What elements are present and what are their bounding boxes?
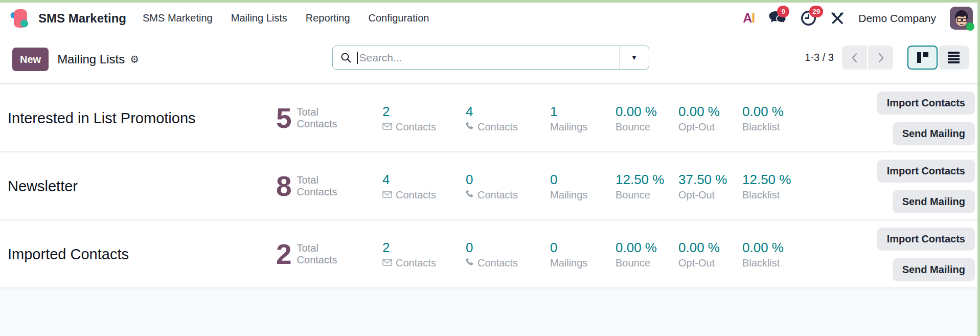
- stat-label-text: Opt-Out: [678, 257, 715, 268]
- kanban-icon: [917, 52, 928, 63]
- stat-value-link[interactable]: 0: [466, 239, 518, 255]
- total-contacts-group: 8 Total Contacts: [276, 172, 344, 199]
- search-input[interactable]: [358, 52, 620, 64]
- stat-value-link[interactable]: 0: [466, 171, 518, 187]
- mailing-list-name: Imported Contacts: [8, 245, 129, 262]
- ai-icon[interactable]: AI: [743, 11, 755, 26]
- page-title: Mailing Lists: [57, 52, 125, 66]
- messages-icon[interactable]: 9: [768, 10, 787, 26]
- send-mailing-button[interactable]: Send Mailing: [893, 258, 975, 281]
- stat-opt-out: 37.50 % Opt-Out: [678, 171, 727, 200]
- navbar: SMS Marketing SMS Marketing Mailing List…: [0, 3, 980, 34]
- send-mailing-button[interactable]: Send Mailing: [893, 122, 975, 145]
- stat-label-text: Mailings: [550, 257, 587, 268]
- search-filters-caret-icon[interactable]: ▼: [619, 46, 649, 69]
- stat-value-link[interactable]: 0.00 %: [678, 239, 720, 255]
- stat-bounce: 0.00 % Bounce: [616, 239, 657, 268]
- stat-label-text: Contacts: [396, 257, 436, 268]
- stat-value-link[interactable]: 0.00 %: [742, 239, 784, 255]
- stat-value-link[interactable]: 2: [382, 103, 436, 119]
- stat-label-text: Mailings: [550, 121, 587, 132]
- stat-blacklist: 0.00 % Blacklist: [742, 239, 784, 268]
- total-contacts-count: 8: [276, 172, 292, 199]
- stat-label-text: Contacts: [477, 189, 518, 200]
- new-button[interactable]: New: [12, 48, 49, 71]
- stat-label-text: Bounce: [616, 189, 650, 200]
- stat-value-link[interactable]: 4: [466, 103, 518, 119]
- stat-email-contacts: 4 Contacts: [382, 171, 436, 200]
- stat-label-text: Contacts: [477, 257, 518, 268]
- import-contacts-button[interactable]: Import Contacts: [877, 160, 975, 183]
- view-switcher: [907, 46, 969, 70]
- stat-label-text: Opt-Out: [678, 121, 715, 132]
- menu-sms-marketing[interactable]: SMS Marketing: [143, 12, 213, 24]
- import-contacts-button[interactable]: Import Contacts: [877, 92, 975, 115]
- total-contacts-label: Total Contacts: [297, 174, 344, 198]
- stat-value-link[interactable]: 0.00 %: [678, 103, 720, 119]
- stat-label-text: Contacts: [477, 121, 518, 132]
- menu-reporting[interactable]: Reporting: [306, 12, 350, 24]
- pager-next-button[interactable]: [868, 46, 893, 70]
- stat-bounce: 12.50 % Bounce: [616, 171, 664, 200]
- pager-previous-button[interactable]: [842, 46, 867, 70]
- stat-value-link[interactable]: 1: [550, 103, 587, 119]
- stat-value-link[interactable]: 0: [550, 239, 587, 255]
- stat-value-link[interactable]: 37.50 %: [678, 171, 727, 187]
- stat-value-link[interactable]: 12.50 %: [616, 171, 664, 187]
- stat-label-text: Mailings: [550, 189, 587, 200]
- envelope-icon: [382, 121, 392, 132]
- total-contacts-label: Total Contacts: [297, 242, 344, 266]
- stat-value-link[interactable]: 0.00 %: [616, 239, 657, 255]
- messages-badge: 9: [777, 6, 789, 17]
- phone-icon: [466, 121, 474, 132]
- mailing-list-card[interactable]: Newsletter 8 Total Contacts 4 Contacts 0…: [0, 152, 980, 220]
- company-switcher[interactable]: Demo Company: [858, 12, 936, 25]
- kanban-view-button[interactable]: [907, 46, 938, 70]
- stat-mailings: 0 Mailings: [550, 171, 587, 200]
- send-mailing-button[interactable]: Send Mailing: [893, 190, 975, 213]
- stat-opt-out: 0.00 % Opt-Out: [678, 103, 720, 132]
- stat-value-link[interactable]: 0.00 %: [742, 103, 784, 119]
- stat-blacklist: 12.50 % Blacklist: [742, 171, 791, 200]
- stat-mailings: 0 Mailings: [550, 239, 587, 268]
- import-contacts-button[interactable]: Import Contacts: [877, 228, 975, 251]
- search-icon: [340, 52, 352, 63]
- menu-configuration[interactable]: Configuration: [369, 12, 429, 24]
- phone-icon: [466, 257, 474, 268]
- pager-range: 1-3 / 3: [805, 52, 834, 63]
- stat-value-link[interactable]: 2: [382, 239, 436, 255]
- desktop-edge-right: [977, 0, 980, 336]
- mailing-list-name: Newsletter: [8, 177, 78, 194]
- user-avatar[interactable]: [950, 7, 973, 30]
- view-settings-gear-icon[interactable]: ⚙: [130, 54, 139, 64]
- stat-value-link[interactable]: 0: [550, 171, 587, 187]
- search-bar: ▼: [332, 46, 649, 70]
- stat-opt-out: 0.00 % Opt-Out: [678, 239, 720, 268]
- envelope-icon: [382, 189, 392, 200]
- stat-blacklist: 0.00 % Blacklist: [742, 103, 784, 132]
- mailing-list-name: Interested in List Promotions: [8, 109, 196, 126]
- stat-phone-contacts: 0 Contacts: [466, 239, 518, 268]
- activities-clock-icon[interactable]: 29: [801, 10, 816, 26]
- stat-value-link[interactable]: 4: [382, 171, 436, 187]
- activities-badge: 29: [809, 6, 823, 17]
- stat-value-link[interactable]: 12.50 %: [742, 171, 791, 187]
- sms-marketing-app: SMS Marketing SMS Marketing Mailing List…: [0, 0, 980, 336]
- stat-email-contacts: 2 Contacts: [382, 239, 436, 268]
- stat-bounce: 0.00 % Bounce: [616, 103, 657, 132]
- tools-icon[interactable]: [830, 11, 845, 26]
- stat-label-text: Blacklist: [742, 121, 780, 132]
- mailing-list-card[interactable]: Imported Contacts 2 Total Contacts 2 Con…: [0, 220, 980, 288]
- stat-label-text: Bounce: [616, 121, 650, 132]
- list-view-button[interactable]: [939, 46, 969, 70]
- total-contacts-label: Total Contacts: [297, 106, 344, 130]
- stat-value-link[interactable]: 0.00 %: [616, 103, 657, 119]
- total-contacts-group: 2 Total Contacts: [276, 240, 344, 267]
- stat-label-text: Contacts: [396, 189, 436, 200]
- sms-marketing-app-icon[interactable]: [10, 8, 30, 29]
- phone-icon: [466, 189, 474, 200]
- stat-label-text: Contacts: [396, 121, 436, 132]
- stat-label-text: Blacklist: [742, 257, 780, 268]
- menu-mailing-lists[interactable]: Mailing Lists: [231, 12, 287, 24]
- mailing-list-card[interactable]: Interested in List Promotions 5 Total Co…: [0, 84, 980, 152]
